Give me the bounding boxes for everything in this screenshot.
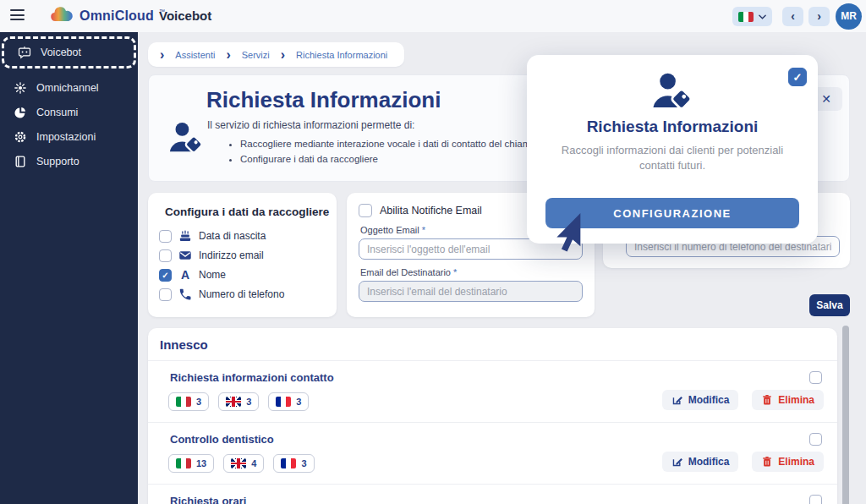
- elimina-button[interactable]: Elimina: [752, 452, 824, 472]
- trigger-title: Richiesta informazioni contatto: [170, 371, 334, 384]
- trash-icon: [761, 394, 773, 406]
- checkbox[interactable]: [159, 269, 172, 282]
- user-avatar[interactable]: MR: [836, 3, 862, 30]
- france-flag-icon: [276, 397, 291, 407]
- subject-label-text: Oggetto Email: [360, 225, 419, 235]
- elimina-label: Elimina: [778, 456, 814, 468]
- app-window: OmniCloud ™ Voicebot ‹ › MR Voicebot: [0, 0, 866, 504]
- option-numero-di-telefono: Numero di telefono: [148, 288, 337, 301]
- sidebar-item-impostazioni[interactable]: Impostazioni: [0, 124, 138, 149]
- scrollbar[interactable]: [842, 326, 849, 504]
- language-badge-gb[interactable]: 3: [218, 392, 259, 411]
- hamburger-menu-icon[interactable]: [10, 9, 25, 21]
- topbar: OmniCloud ™ Voicebot ‹ › MR: [0, 0, 866, 32]
- innesco-title: Innesco: [148, 328, 837, 361]
- row-actions: Modifica Elimina: [662, 452, 824, 472]
- row-checkbox[interactable]: [809, 433, 822, 446]
- modal-checkbox[interactable]: [788, 68, 807, 86]
- sidebar-item-supporto[interactable]: Supporto: [0, 149, 138, 173]
- phone-icon: [178, 288, 192, 301]
- sidebar-item-label: Supporto: [36, 156, 79, 167]
- feature-bullet: Raccogliere mediante interazione vocale …: [240, 136, 550, 151]
- recipient-email-input[interactable]: [359, 281, 583, 302]
- breadcrumb: › Assistenti › Servizi › Richiesta Infor…: [148, 42, 404, 67]
- language-badge-fr[interactable]: 3: [273, 454, 314, 473]
- checkbox[interactable]: [159, 230, 172, 243]
- recipient-label-text: Email del Destinatario: [360, 267, 451, 277]
- sidebar-item-omnichannel[interactable]: Omnichannel: [0, 75, 138, 100]
- pie-chart-icon: [14, 106, 27, 119]
- envelope-icon: [178, 249, 192, 262]
- trigger-title: Richiesta orari: [170, 495, 246, 504]
- modifica-button[interactable]: Modifica: [662, 390, 739, 410]
- cake-icon: [178, 229, 192, 243]
- trigger-row-richiesta-orari: Richiesta orari: [148, 485, 837, 504]
- modifica-label: Modifica: [688, 394, 730, 406]
- required-mark: *: [453, 267, 457, 277]
- required-mark: *: [422, 225, 425, 235]
- row-checkbox[interactable]: [809, 495, 822, 504]
- page-context-title: Voicebot: [159, 8, 211, 23]
- row-actions: Modifica Elimina: [662, 390, 824, 410]
- robot-chat-icon: [18, 46, 31, 59]
- nav-back-button[interactable]: ‹: [782, 7, 803, 26]
- sidebar-item-consumi[interactable]: Consumi: [0, 100, 138, 124]
- option-indirizzo-email: Indirizzo email: [148, 249, 337, 262]
- phrase-count: 3: [301, 458, 306, 468]
- sidebar-item-voicebot[interactable]: Voicebot: [4, 41, 134, 64]
- france-flag-icon: [281, 458, 296, 468]
- option-label: Numero di telefono: [199, 288, 284, 300]
- checkbox[interactable]: [159, 288, 172, 301]
- trigger-row-richiesta-informazioni-contatto: Richiesta informazioni contatto 3 3 3: [148, 361, 837, 423]
- service-feature-list: Raccogliere mediante interazione vocale …: [230, 136, 550, 167]
- row-checkbox[interactable]: [809, 371, 822, 384]
- sidebar-item-label: Impostazioni: [36, 131, 96, 143]
- cloud-logo-icon: [49, 6, 74, 24]
- config-panel-title: Configura i dati da raccogliere: [148, 193, 337, 218]
- chevron-down-icon: [759, 14, 766, 19]
- language-badges: 3 3 3: [168, 392, 309, 411]
- breadcrumb-richiesta-informazioni[interactable]: Richiesta Informazioni: [296, 50, 387, 60]
- phrase-count: 3: [296, 397, 301, 407]
- tutorial-highlight-box: Voicebot: [2, 36, 136, 68]
- sidebar-item-label: Omnichannel: [36, 82, 99, 94]
- language-badge-it[interactable]: 13: [168, 454, 214, 473]
- modal-description: Raccogli informazioni dai clienti per po…: [552, 143, 792, 173]
- sidebar: Voicebot Omnichannel Consumi: [0, 32, 138, 504]
- uk-flag-icon: [231, 458, 246, 468]
- config-data-panel: Configura i dati da raccogliere Data di …: [148, 193, 337, 317]
- breadcrumb-assistenti[interactable]: Assistenti: [175, 50, 215, 60]
- elimina-button[interactable]: Elimina: [752, 390, 824, 410]
- language-badge-fr[interactable]: 3: [268, 392, 309, 411]
- option-data-di-nascita: Data di nascita: [148, 229, 337, 243]
- nav-forward-button[interactable]: ›: [808, 7, 830, 26]
- sidebar-item-label: Voicebot: [41, 47, 81, 58]
- modifica-button[interactable]: Modifica: [662, 452, 739, 472]
- checkbox[interactable]: [359, 204, 372, 217]
- breadcrumb-servizi[interactable]: Servizi: [242, 50, 270, 60]
- language-dropdown[interactable]: [732, 7, 772, 26]
- letter-a-icon: A: [178, 268, 192, 282]
- configurazione-button[interactable]: CONFIGURAZIONE: [545, 198, 799, 228]
- save-button[interactable]: Salva: [809, 294, 850, 316]
- italy-flag-icon: [176, 458, 191, 468]
- phrase-count: 3: [196, 397, 201, 407]
- trash-icon: [761, 456, 773, 468]
- checkbox[interactable]: [159, 249, 172, 262]
- gear-icon: [14, 130, 27, 144]
- edit-pencil-icon: [671, 394, 683, 406]
- option-label: Data di nascita: [199, 230, 266, 242]
- italy-flag-icon: [738, 12, 754, 22]
- chevron-right-icon: ›: [281, 48, 285, 62]
- feature-bullet: Configurare i dati da raccogliere: [240, 151, 550, 167]
- trigger-row-controllo-dentistico: Controllo dentistico 13 4 3: [148, 423, 837, 485]
- phrase-count: 4: [251, 458, 256, 468]
- modal-title: Richiesta Informazioni: [527, 118, 818, 136]
- option-nome: A Nome: [148, 268, 337, 282]
- book-icon: [14, 155, 27, 168]
- recipient-label: Email del Destinatario *: [360, 267, 583, 277]
- uk-flag-icon: [226, 397, 241, 407]
- hub-icon: [14, 81, 27, 95]
- language-badge-it[interactable]: 3: [168, 392, 209, 411]
- language-badge-gb[interactable]: 4: [223, 454, 264, 473]
